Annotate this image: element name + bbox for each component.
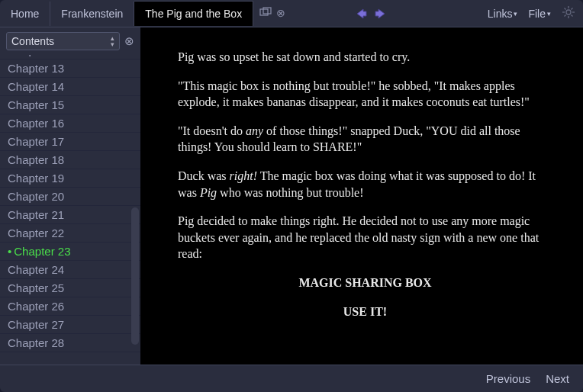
file-menu[interactable]: File▾ [528,8,551,20]
svg-line-10 [572,8,573,10]
paragraph: Pig decided to make things right. He dec… [178,213,552,262]
chapter-item[interactable]: Chapter 20 [0,188,140,206]
links-menu[interactable]: Links▾ [488,8,518,20]
chapter-item[interactable]: Chapter 14 [0,78,140,96]
chapter-item[interactable]: Chapter 18 [0,151,140,169]
chapter-item[interactable]: Chapter 24 [0,261,140,279]
reader-pane: Pig was so upset he sat down and started… [141,27,583,365]
chapter-item[interactable]: Chapter 21 [0,206,140,224]
chapter-list[interactable]: Chapter 12Chapter 13Chapter 14Chapter 15… [0,55,140,365]
chapter-item[interactable]: Chapter 28 [0,334,140,352]
chapter-item[interactable]: Chapter 15 [0,96,140,114]
paragraph: "This magic box is nothing but trouble!"… [178,78,552,111]
chapter-item[interactable]: Chapter 26 [0,297,140,316]
svg-rect-0 [260,9,268,15]
paragraph: Duck was right! The magic box was doing … [178,168,552,201]
contents-dropdown[interactable]: Contents ▴▾ [6,32,120,50]
nav-back-button[interactable] [354,7,369,21]
svg-line-9 [565,15,566,17]
scrollbar-thumb[interactable] [131,207,139,345]
sidebar: Contents ▴▾ ⊗ Chapter 12Chapter 13Chapte… [0,27,141,365]
svg-point-2 [566,10,571,14]
chapter-item[interactable]: •Chapter 23 [0,243,140,261]
svg-rect-1 [263,8,271,14]
svg-line-7 [565,8,566,10]
settings-icon[interactable] [562,5,575,21]
tab-bar: Home Frankenstein The Pig and the Box ⊗ … [0,0,583,27]
tab-pig-and-box[interactable]: The Pig and the Box [134,1,253,26]
paragraph: "It doesn't do any of those things!" sna… [178,123,552,156]
chapter-item[interactable]: Chapter 19 [0,169,140,188]
chapter-item[interactable]: Chapter 22 [0,224,140,243]
chapter-item[interactable]: Chapter 27 [0,316,140,334]
tab-home[interactable]: Home [0,2,50,26]
chapter-item[interactable]: Chapter 16 [0,114,140,133]
next-button[interactable]: Next [546,372,569,385]
previous-button[interactable]: Previous [486,372,530,385]
close-tab-icon[interactable]: ⊗ [276,7,285,20]
chevron-updown-icon: ▴▾ [111,35,114,47]
nav-forward-button[interactable] [372,7,388,21]
heading-text: MAGIC SHARING BOX [178,275,552,291]
chapter-item[interactable]: Chapter 17 [0,133,140,151]
close-sidebar-icon[interactable]: ⊗ [124,34,134,48]
chapter-item[interactable]: Chapter 13 [0,59,140,78]
heading-text: USE IT! [178,304,552,320]
contents-label: Contents [11,35,54,47]
new-tab-icon[interactable] [259,7,272,21]
footer-bar: Previous Next [0,365,583,392]
paragraph: Pig was so upset he sat down and started… [178,49,552,66]
tab-frankenstein[interactable]: Frankenstein [50,2,134,26]
svg-line-8 [572,15,573,17]
chapter-item[interactable]: Chapter 25 [0,279,140,297]
